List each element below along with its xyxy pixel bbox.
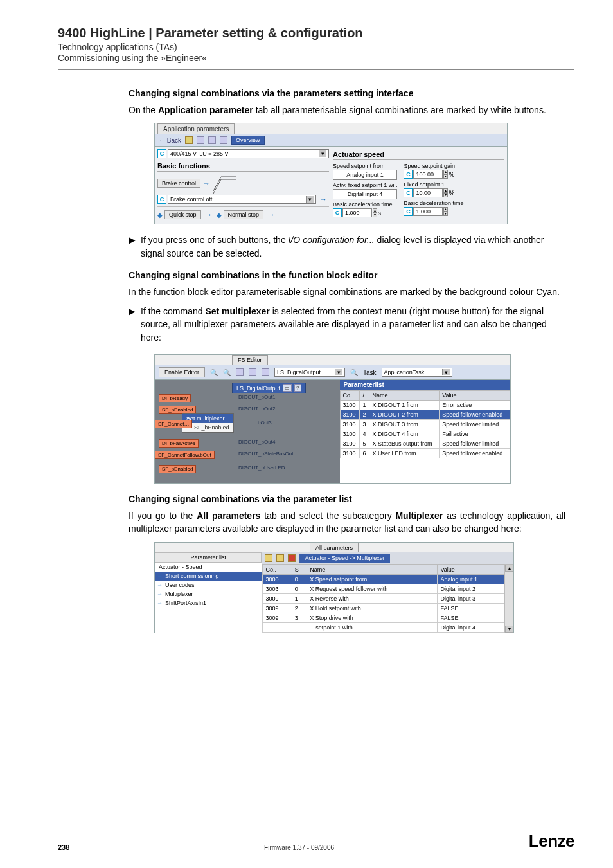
table-row[interactable]: 30000X Speed setpoint fromAnalog input 1 [263, 574, 504, 584]
col-sub[interactable]: S [292, 565, 306, 574]
diagram-icon [212, 172, 238, 195]
analog-input-1-button[interactable]: Analog input 1 [333, 170, 397, 180]
table-row[interactable]: …setpoint 1 withDigital input 4 [263, 622, 504, 632]
table-row[interactable]: 31005X StateBus output fromSpeed followe… [340, 439, 510, 449]
stepper-up-icon[interactable]: ▴ [373, 208, 377, 213]
table-row[interactable]: 31001X DIGOUT 1 fromError active [340, 401, 510, 410]
search-icon[interactable]: 🔍 [350, 369, 358, 376]
col-value[interactable]: Value [438, 565, 504, 574]
table-row[interactable]: 30030X Request speed follower withDigita… [263, 584, 504, 593]
voltage-combo[interactable]: 400/415 V, LU = 285 V▾ [168, 149, 329, 158]
zoom-in-icon[interactable]: 🔍 [210, 369, 218, 376]
tool-icon[interactable] [249, 368, 256, 376]
diamond-icon: ◆ [217, 212, 222, 219]
col-sub[interactable]: / [360, 391, 369, 401]
só-gain-field[interactable]: 100.00 [413, 170, 443, 179]
table-row[interactable]: 31006X User LED fromSpeed follower enabl… [340, 449, 510, 458]
nav-icon3[interactable] [208, 136, 216, 144]
table-row[interactable]: 31004X DIGOUT 4 fromFail active [340, 429, 510, 439]
brake-combo[interactable]: Brake control off▾ [168, 195, 316, 204]
stepper-down-icon[interactable]: ▾ [443, 193, 448, 197]
tool-icon[interactable] [276, 554, 284, 562]
col-code[interactable]: Co.. [340, 391, 360, 401]
col-name[interactable]: Name [369, 391, 440, 401]
tool-icon[interactable] [265, 554, 272, 562]
quick-stop-button[interactable]: Quick stop [164, 210, 201, 219]
scroll-up-icon[interactable]: ▴ [505, 565, 513, 572]
scroll-down-icon[interactable]: ▾ [505, 626, 513, 633]
screenshot-all-params: All parameters Parameter list Actuator -… [154, 542, 514, 633]
col-value[interactable]: Value [440, 391, 510, 401]
enable-editor-button[interactable]: Enable Editor [159, 367, 205, 377]
nav-icon4[interactable] [220, 136, 227, 144]
sig-sf-cannot[interactable]: SF_Cannot… [155, 420, 192, 428]
tab-app-params[interactable]: Application parameters [157, 123, 235, 134]
fb-node-title[interactable]: LS_DigitalOutput▭? [232, 383, 306, 393]
decel-field[interactable]: 1.000 [413, 207, 443, 216]
tool-icon[interactable] [236, 368, 244, 376]
table-row[interactable]: 30093X Stop drive withFALSE [263, 613, 504, 622]
c-button-gain[interactable]: C [404, 170, 413, 179]
arrow-icon: → [205, 210, 213, 219]
stepper-up-icon[interactable]: ▴ [443, 188, 448, 193]
c-button-brake[interactable]: C [157, 195, 166, 204]
brand-logo: Lenze [529, 831, 574, 851]
overview-pill[interactable]: Overview [231, 136, 265, 145]
back-button[interactable]: ← Back [159, 137, 181, 144]
table-row[interactable]: 30092X Hold setpoint withFALSE [263, 603, 504, 613]
tree-node[interactable]: User codes [155, 581, 262, 590]
scrollbar[interactable]: ▴▾ [504, 565, 513, 633]
stepper-up-icon[interactable]: ▴ [443, 170, 448, 174]
normal-stop-button[interactable]: Normal stop [224, 210, 264, 219]
stepper-down-icon[interactable]: ▾ [443, 212, 448, 216]
tree-node[interactable]: Multiplexer [155, 590, 262, 599]
block-combo[interactable]: LS_DigitalOutput▾ [274, 368, 345, 377]
breadcrumb: Actuator - Speed -> Multiplexer [299, 554, 389, 563]
c-button-fixed1[interactable]: C [404, 188, 413, 197]
sig-di-failactive[interactable]: DI_bFailActive [159, 439, 199, 448]
stepper-up-icon[interactable]: ▴ [443, 207, 448, 212]
table-row[interactable]: 31003X DIGOUT 3 fromSpeed follower limit… [340, 420, 510, 429]
help-icon[interactable]: ? [294, 384, 301, 392]
tree-node[interactable]: Actuator - Speed [155, 563, 262, 572]
task-combo[interactable]: ApplicationTask▾ [382, 368, 452, 377]
fixed1-field[interactable]: 10.00 [413, 188, 443, 197]
digital-input-4-button[interactable]: Digital input 4 [333, 189, 397, 199]
page-number: 238 [58, 844, 69, 851]
tool-icon[interactable] [288, 554, 296, 562]
chevron-down-icon: ▾ [335, 369, 342, 375]
b1-italic: I/O configuration for... [289, 235, 375, 245]
zoom-out-icon[interactable]: 🔍 [223, 369, 231, 376]
tab-all-params[interactable]: All parameters [310, 543, 359, 552]
tab-fb-editor[interactable]: FB Editor [232, 355, 268, 365]
header-sub2: Commissioning using the »Engineer« [58, 53, 574, 63]
min-icon[interactable]: ▭ [283, 384, 292, 392]
b2-bold: Set multiplexer [205, 306, 269, 316]
toolbar: ← Back Overview [155, 134, 507, 147]
sig-di-bready[interactable]: DI_bReady [159, 394, 191, 402]
arrow-icon: → [267, 210, 275, 219]
tree-node[interactable]: Short commissioning [155, 572, 262, 581]
header-sub1: Technology applications (TAs) [58, 42, 574, 52]
svg-line-1 [213, 179, 221, 194]
c-button-decel[interactable]: C [404, 207, 413, 216]
stepper-down-icon[interactable]: ▾ [373, 213, 377, 217]
sig-sf-cannotfollow[interactable]: SF_CannotFollow.bOut [155, 451, 215, 459]
activ-fixed-label: Activ. fixed setpoint 1 wi.. [333, 182, 397, 188]
stepper-down-icon[interactable]: ▾ [443, 174, 448, 179]
tool-icon[interactable] [262, 368, 269, 376]
col-code[interactable]: Co.. [263, 565, 292, 574]
table-row[interactable]: 30091X Reverse withDigital input 3 [263, 593, 504, 603]
table-row[interactable]: 31002X DIGOUT 2 fromSpeed follower enabl… [340, 410, 510, 420]
nav-icon[interactable] [185, 136, 193, 144]
c-button-acc[interactable]: C [333, 208, 342, 217]
sig-sf-benabled2[interactable]: SF_bEnabled [159, 465, 196, 473]
section1-bullet: If you press one of such buttons, the I/… [141, 233, 565, 260]
fb-canvas[interactable]: LS_DigitalOutput▭? DI_bReady DIGOUT_bOut… [155, 380, 340, 483]
brake-control-button[interactable]: Brake control [157, 179, 200, 188]
acc-field[interactable]: 1.000 [342, 208, 372, 217]
c-button-voltage[interactable]: C [157, 149, 166, 158]
tree-node[interactable]: ShiftPortAxisIn1 [155, 599, 262, 608]
col-name[interactable]: Name [307, 565, 438, 574]
nav-icon2[interactable] [197, 136, 204, 144]
